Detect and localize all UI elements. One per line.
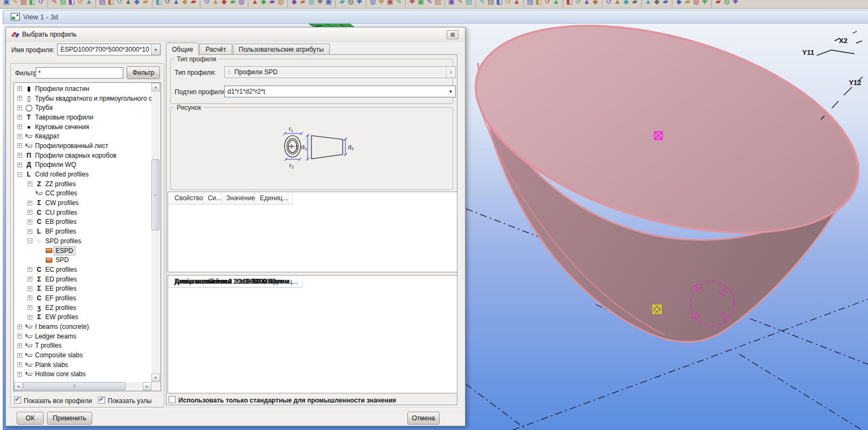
toolbar-icon[interactable]: ▤ (98, 0, 107, 6)
scroll-up-button[interactable]: ▲ (151, 83, 160, 91)
tree-item[interactable]: SPD (14, 255, 151, 265)
scroll-left-button[interactable]: ◄ (14, 382, 23, 391)
toolbar-icon[interactable]: ◍ (346, 0, 355, 6)
tree-item[interactable]: −LCold rolled profiles (14, 170, 151, 179)
toolbar-icon[interactable]: ◆ (180, 0, 189, 6)
toolbar-icon[interactable]: ◆ (290, 0, 298, 6)
tree-expand-toggle[interactable]: + (17, 105, 22, 110)
toolbar-icon[interactable]: ▰ (141, 0, 150, 6)
column-header[interactable]: Си... (203, 192, 221, 204)
tree-expand-toggle[interactable]: + (17, 86, 22, 91)
tree-item[interactable]: +▮Профили пластин (14, 84, 151, 94)
toolbar-icon[interactable]: ◆ (133, 0, 141, 6)
toolbar-icon[interactable]: ▲ (85, 0, 93, 6)
tree-expand-toggle[interactable]: + (17, 163, 22, 167)
profile-type-combobox[interactable]: ◌ Профили SPD ▼ (224, 66, 456, 78)
toolbar-icon[interactable]: ◍ (692, 0, 700, 6)
toolbar-icon[interactable]: ✚ (731, 0, 740, 6)
table-row[interactable]: Толщина пластиныt10.00мм (168, 276, 276, 287)
scroll-right-button[interactable]: ► (143, 382, 151, 391)
tree-item[interactable]: +ˢ▱Ledger beams (14, 332, 151, 341)
toolbar-icon[interactable]: ▲ (552, 0, 560, 6)
tree-item[interactable]: +ΣEW profiles (14, 313, 151, 322)
toolbar-icon[interactable]: ↺ (504, 0, 512, 6)
toolbar-icon[interactable]: ◧ (565, 0, 574, 6)
toolbar-icon[interactable]: ↺ (37, 0, 45, 6)
toolbar-icon[interactable]: ↺ (115, 0, 124, 6)
tree-expand-toggle[interactable]: + (27, 267, 32, 272)
tree-item[interactable]: +▯Трубы квадратного и прямоугольного с (14, 94, 151, 103)
toolbar-icon[interactable]: ▤ (487, 0, 495, 6)
toolbar-icon[interactable]: ▰ (228, 0, 237, 6)
toolbar-icon[interactable]: ✚ (700, 0, 709, 6)
toolbar-icon[interactable]: ▲ (582, 0, 591, 6)
tree-expand-toggle[interactable]: + (17, 353, 22, 358)
toolbar-icon[interactable]: ▤ (464, 0, 473, 6)
tree-expand-toggle[interactable]: + (27, 229, 32, 234)
tree-expand-toggle[interactable]: + (27, 277, 32, 281)
tree-expand-toggle[interactable]: + (17, 362, 22, 367)
tree-item[interactable]: ˢ▱CC profiles (14, 189, 151, 199)
toolbar-icon[interactable]: ▤ (19, 0, 28, 6)
profile-name-combobox[interactable]: ESPD1000*700*5000*3000*10 ▼ (57, 44, 161, 55)
tree-expand-toggle[interactable]: + (27, 220, 32, 224)
tree-item[interactable]: +ˢ▱T profiles (14, 341, 151, 351)
tree-item[interactable]: +ΣED profiles (14, 274, 151, 284)
toolbar-icon[interactable]: ▣ (2, 0, 11, 6)
toolbar-icon[interactable]: ↺ (543, 0, 552, 6)
toolbar-icon[interactable]: ▣ (324, 0, 333, 6)
column-header[interactable]: Единиц... (255, 192, 288, 204)
tree-item[interactable]: +CEC profiles (14, 265, 151, 274)
tree-expand-toggle[interactable]: + (17, 115, 22, 119)
toolbar-icon[interactable]: ◆ (220, 0, 228, 6)
toolbar-icon[interactable]: ▣ (447, 0, 456, 6)
tree-item[interactable]: +ΣCW profiles (14, 198, 151, 208)
tree-item[interactable]: +◯Труба (14, 103, 151, 112)
tree-expand-toggle[interactable]: + (27, 210, 32, 215)
toolbar-icon[interactable]: ◧ (28, 0, 37, 6)
dialog-titlebar[interactable]: Выбрать профиль ⊠ (6, 27, 465, 41)
tree-item[interactable]: +ΠПрофили сварных коробов (14, 151, 151, 160)
tree-item[interactable]: +CCU profiles (14, 208, 151, 217)
toolbar-icon[interactable]: ▣ (416, 0, 425, 6)
profile-subtype-combobox[interactable]: d1*r1*d2*r2*t ▼ (224, 86, 456, 97)
toolbar-icon[interactable]: ▲ (644, 0, 652, 6)
toolbar-icon[interactable]: ✚ (316, 0, 324, 6)
toolbar-icon[interactable]: ✎ (425, 0, 434, 6)
toolbar-icon[interactable]: ▰ (661, 0, 670, 6)
tree-item[interactable]: +LBF profiles (14, 227, 151, 236)
tree-expand-toggle[interactable]: + (27, 315, 32, 320)
tree-item[interactable]: +ˢ▱Профилированный лист (14, 141, 151, 151)
toolbar-icon[interactable]: ▤ (526, 0, 534, 6)
toolbar-icon[interactable]: ◆ (259, 0, 268, 6)
toolbar-icon[interactable]: ◍ (276, 0, 285, 6)
tab-analysis[interactable]: Расчёт (199, 44, 232, 55)
tree-item[interactable]: −◌SPD profiles (14, 236, 151, 246)
tree-expand-toggle[interactable]: + (17, 343, 22, 348)
tree-item[interactable]: ESPD (14, 246, 151, 256)
ok-button[interactable]: ОК (17, 412, 44, 425)
toolbar-icon[interactable]: ◧ (155, 0, 163, 6)
toolbar-icon[interactable]: ↺ (203, 0, 211, 6)
toolbar-icon[interactable]: ▰ (268, 0, 276, 6)
tree-item[interactable]: +ДПрофили WQ (14, 160, 151, 170)
toolbar-icon[interactable]: ▤ (59, 0, 67, 6)
column-header[interactable]: Значение (222, 192, 255, 204)
filter-button[interactable]: Фильтр (127, 66, 160, 79)
tree-expand-toggle[interactable]: + (17, 153, 22, 158)
tree-expand-toggle[interactable]: − (17, 172, 22, 177)
tree-expand-toggle[interactable]: + (27, 305, 32, 310)
toolbar-icon[interactable]: ◧ (67, 0, 76, 6)
toolbar-icon[interactable]: ✎ (394, 0, 403, 6)
tree-item[interactable]: +CEB profiles (14, 217, 151, 227)
tree-horizontal-scrollbar[interactable]: ◄ ⦀ ► (14, 382, 151, 391)
industry-standard-checkbox[interactable] (169, 396, 176, 403)
toolbar-icon[interactable]: ▤ (434, 0, 442, 6)
scroll-down-button[interactable]: ▼ (151, 373, 160, 382)
toolbar-icon[interactable]: ◧ (534, 0, 543, 6)
tree-item[interactable]: +ˢ▱Plank slabs (14, 360, 151, 370)
tree-expand-toggle[interactable]: + (17, 96, 22, 101)
column-header[interactable]: Свойство (168, 192, 203, 204)
view-window-titlebar[interactable]: View 1 - 3d (3, 10, 868, 24)
tree-item[interactable]: +ʒEZ profiles (14, 303, 151, 313)
